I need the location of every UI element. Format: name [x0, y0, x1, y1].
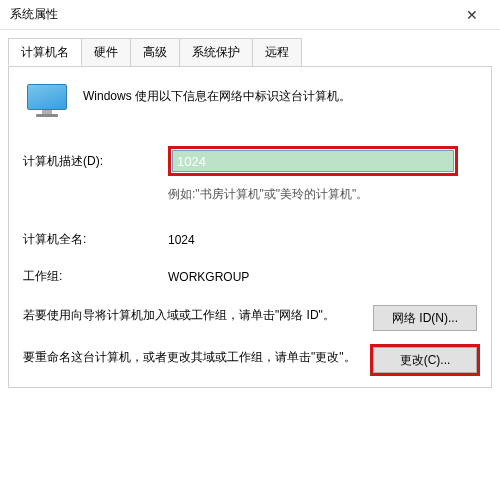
- fullname-value: 1024: [168, 233, 477, 247]
- fullname-label: 计算机全名:: [23, 231, 168, 248]
- change-button[interactable]: 更改(C)...: [373, 347, 477, 373]
- tabstrip: 计算机名 硬件 高级 系统保护 远程: [0, 30, 500, 66]
- tab-remote[interactable]: 远程: [252, 38, 302, 66]
- intro-text: Windows 使用以下信息在网络中标识这台计算机。: [83, 84, 351, 105]
- workgroup-label: 工作组:: [23, 268, 168, 285]
- close-button[interactable]: ✕: [452, 1, 492, 29]
- workgroup-row: 工作组: WORKGROUP: [23, 268, 477, 285]
- window-title: 系统属性: [10, 6, 58, 23]
- change-text: 要重命名这台计算机，或者更改其域或工作组，请单击"更改"。: [23, 347, 361, 367]
- description-row: 计算机描述(D):: [23, 146, 477, 176]
- change-section: 要重命名这台计算机，或者更改其域或工作组，请单击"更改"。 更改(C)...: [23, 347, 477, 373]
- computer-icon: [27, 84, 67, 118]
- tab-computer-name[interactable]: 计算机名: [8, 38, 82, 66]
- tab-underline: [8, 66, 492, 67]
- tab-panel-computer-name: Windows 使用以下信息在网络中标识这台计算机。 计算机描述(D): 例如:…: [8, 66, 492, 388]
- tab-hardware[interactable]: 硬件: [81, 38, 131, 66]
- description-example: 例如:"书房计算机"或"美玲的计算机"。: [168, 186, 477, 203]
- description-label: 计算机描述(D):: [23, 153, 168, 170]
- intro-section: Windows 使用以下信息在网络中标识这台计算机。: [23, 84, 477, 118]
- titlebar: 系统属性 ✕: [0, 0, 500, 30]
- network-id-button[interactable]: 网络 ID(N)...: [373, 305, 477, 331]
- description-input[interactable]: [172, 150, 454, 172]
- network-id-text: 若要使用向导将计算机加入域或工作组，请单击"网络 ID"。: [23, 305, 361, 325]
- fullname-row: 计算机全名: 1024: [23, 231, 477, 248]
- close-icon: ✕: [466, 7, 478, 23]
- tab-system-protection[interactable]: 系统保护: [179, 38, 253, 66]
- network-id-section: 若要使用向导将计算机加入域或工作组，请单击"网络 ID"。 网络 ID(N)..…: [23, 305, 477, 331]
- description-input-highlight: [168, 146, 458, 176]
- workgroup-value: WORKGROUP: [168, 270, 477, 284]
- tab-advanced[interactable]: 高级: [130, 38, 180, 66]
